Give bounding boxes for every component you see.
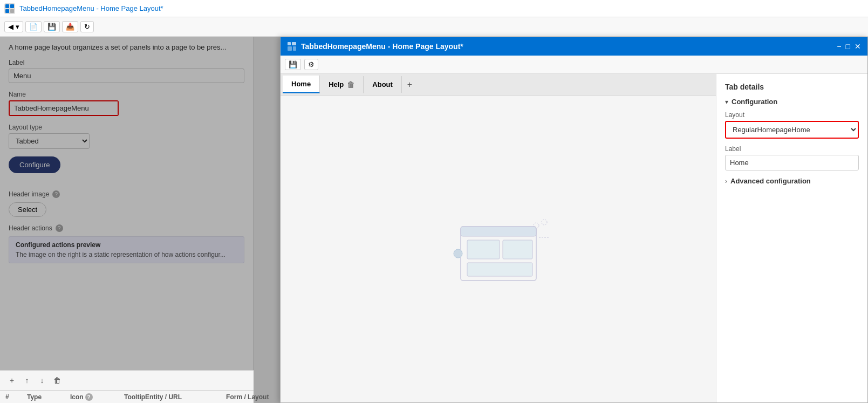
col-form-layout: Form / Layout [226,393,291,401]
config-chevron-icon: ▾ [725,98,728,106]
tab-bar: Home Help 🗑 About + [281,74,716,95]
advanced-section: › Advanced configuration [725,177,859,185]
svg-rect-5 [292,42,296,45]
move-down-button[interactable]: ↓ [36,374,49,387]
tab-delete-icon[interactable]: 🗑 [347,80,354,89]
tab-label-input[interactable] [725,155,859,170]
modal-body: Home Help 🗑 About + [281,74,867,402]
svg-rect-3 [10,9,14,13]
modal-window: TabbedHomepageMenu - Home Page Layout* −… [280,37,868,403]
layout-field-group: Layout RegularHomepageHome Other [725,111,859,139]
layout-select-wrapper: RegularHomepageHome Other [725,121,859,139]
layout-field-label: Layout [725,111,859,119]
svg-point-14 [542,220,547,225]
tab-details-title: Tab details [725,83,859,91]
modal-close-button[interactable]: ✕ [855,42,861,51]
tab-add-button[interactable]: + [402,76,418,94]
modal-maximize-button[interactable]: □ [846,42,850,51]
tab-about[interactable]: About [364,76,402,93]
svg-rect-11 [503,240,532,259]
new-button[interactable]: 📄 [25,21,42,32]
advanced-chevron-icon: › [725,177,727,185]
delete-action-button[interactable]: 🗑 [51,374,64,387]
tab-about-label: About [372,80,393,88]
tab-home-label: Home [291,80,311,88]
modal-toolbar: 💾 ⚙ [281,56,867,74]
bottom-bar: + ↑ ↓ 🗑 # Type Icon ? Tooltip Entity / U… [0,370,254,403]
app-icon [4,3,15,14]
svg-rect-0 [5,4,9,8]
icon-col-help-icon[interactable]: ? [85,393,93,401]
canvas-placeholder [445,205,552,293]
main-layout: A home page layout organizes a set of pa… [0,37,868,403]
svg-rect-2 [5,9,9,13]
svg-rect-4 [288,42,291,45]
col-tooltip: Tooltip [124,393,145,401]
modal-titlebar: TabbedHomepageMenu - Home Page Layout* −… [281,37,867,56]
move-up-button[interactable]: ↑ [20,374,33,387]
advanced-header[interactable]: › Advanced configuration [725,177,859,185]
bottom-toolbar: + ↑ ↓ 🗑 [0,371,254,391]
save-button[interactable]: 💾 [44,21,60,32]
configuration-section: ▾ Configuration Layout RegularHomepageHo… [725,98,859,170]
top-bar: TabbedHomepageMenu - Home Page Layout* [0,0,868,17]
layout-select[interactable]: RegularHomepageHome Other [726,122,858,138]
col-hash: # [5,393,27,401]
modal-overlay: TabbedHomepageMenu - Home Page Layout* −… [0,37,868,403]
main-toolbar: ◀ ▾ 📄 💾 📥 ↻ [0,17,868,37]
svg-rect-1 [10,4,14,8]
svg-rect-7 [293,46,296,51]
svg-point-15 [454,249,462,258]
right-panel: Tab details ▾ Configuration Layout Regul… [716,74,867,402]
tab-label-field-group: Label [725,145,859,170]
modal-save-button[interactable]: 💾 [285,59,301,70]
modal-main: Home Help 🗑 About + [281,74,716,402]
svg-rect-9 [461,227,536,236]
col-type: Type [27,393,70,401]
svg-rect-12 [467,263,532,276]
col-entity-url: Entity / URL [145,393,226,401]
canvas-illustration [445,205,552,291]
add-action-button[interactable]: + [5,374,18,387]
back-button[interactable]: ◀ ▾ [4,21,23,32]
modal-controls: − □ ✕ [837,42,861,51]
modal-title: TabbedHomepageMenu - Home Page Layout* [301,42,463,51]
modal-settings-button[interactable]: ⚙ [304,59,318,70]
col-icon: Icon ? [70,393,124,401]
modal-minimize-button[interactable]: − [837,42,841,51]
tab-home[interactable]: Home [283,76,320,93]
tab-help[interactable]: Help 🗑 [320,76,364,93]
save-as-button[interactable]: 📥 [62,21,78,32]
svg-rect-10 [467,240,500,259]
tab-help-label: Help [329,80,344,88]
table-header: # Type Icon ? Tooltip Entity / URL Form … [0,391,254,403]
advanced-section-title: Advanced configuration [730,177,811,185]
config-section-title: Configuration [732,98,777,106]
modal-icon [287,42,297,51]
refresh-button[interactable]: ↻ [80,21,94,32]
modal-canvas [281,95,716,402]
config-section-header[interactable]: ▾ Configuration [725,98,859,106]
app-title: TabbedHomepageMenu - Home Page Layout* [19,4,163,12]
svg-rect-6 [288,46,292,51]
tab-label-field-label: Label [725,145,859,153]
